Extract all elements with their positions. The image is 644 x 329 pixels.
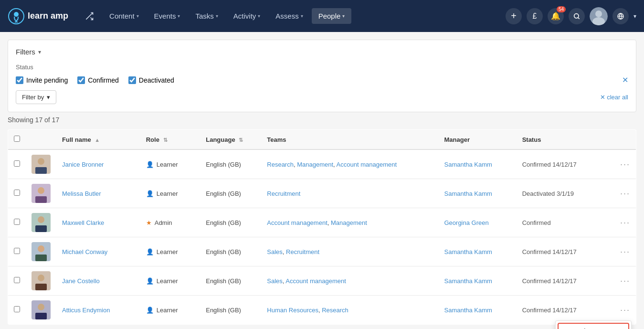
row-checkbox[interactable]: [14, 277, 20, 283]
status-value: Confirmed 14/12/17: [522, 248, 577, 255]
filters-toggle[interactable]: Filters ▾: [16, 48, 628, 56]
nav-shuffle-icon[interactable]: [78, 8, 101, 25]
language-header[interactable]: Language ⇅: [200, 130, 261, 150]
user-name-link[interactable]: Maxwell Clarke: [62, 219, 104, 226]
user-name-cell: Janice Bronner: [56, 149, 140, 179]
chevron-down-icon: ▾: [137, 13, 139, 19]
row-checkbox[interactable]: [14, 248, 20, 254]
row-checkbox[interactable]: [14, 190, 20, 196]
team-link[interactable]: Account management: [267, 219, 327, 226]
filters-panel: Filters ▾ Status Invite pending Confirme…: [8, 40, 636, 112]
team-link[interactable]: Sales: [267, 277, 283, 285]
user-avatar-cell: [26, 266, 56, 296]
user-name-link[interactable]: Janice Bronner: [62, 161, 104, 168]
row-checkbox[interactable]: [14, 306, 20, 312]
user-name-link[interactable]: Atticus Endymion: [62, 307, 110, 314]
filter-by-label: Filter by: [22, 94, 44, 101]
close-filter-button[interactable]: ✕: [622, 75, 628, 85]
user-avatar-img: [32, 271, 51, 290]
filter-by-button[interactable]: Filter by ▾: [16, 90, 56, 104]
confirmed-checkbox[interactable]: [77, 76, 85, 84]
clear-all-button[interactable]: ✕ clear all: [600, 94, 628, 101]
brand-logo[interactable]: learn amp: [8, 8, 68, 25]
row-actions-button[interactable]: ···: [620, 247, 630, 256]
language-value: English (GB): [206, 307, 241, 314]
checkbox-confirmed[interactable]: Confirmed: [77, 76, 119, 84]
row-actions-button[interactable]: ···: [620, 218, 630, 227]
user-status-cell: Confirmed 14/12/17: [517, 237, 612, 266]
checkbox-invite-pending[interactable]: Invite pending: [16, 76, 68, 84]
manager-link[interactable]: Samantha Kamm: [444, 190, 492, 197]
team-link[interactable]: Research: [322, 307, 348, 314]
row-checkbox[interactable]: [14, 219, 20, 225]
user-teams-cell: Account management, Management: [261, 208, 438, 237]
user-name-link[interactable]: Jane Costello: [62, 277, 100, 285]
fullname-header[interactable]: Full name ▲: [56, 130, 140, 150]
row-checkbox-cell: [8, 296, 26, 325]
row-actions-button[interactable]: ···: [620, 305, 630, 315]
role-label: Learner: [157, 190, 178, 197]
row-checkbox[interactable]: [14, 160, 20, 167]
globe-button[interactable]: [612, 8, 629, 24]
role-header[interactable]: Role ⇅: [140, 130, 201, 150]
nav-item-events[interactable]: Events ▾: [148, 8, 187, 24]
search-button[interactable]: [569, 8, 585, 24]
table-section: Showing 17 of 17 Full name ▲ Rol: [8, 116, 636, 325]
notifications-button[interactable]: 🔔 54: [548, 8, 564, 24]
svg-point-6: [595, 11, 602, 17]
team-link[interactable]: Account management: [337, 161, 397, 168]
row-actions-button[interactable]: ···: [620, 189, 630, 198]
user-avatar[interactable]: [590, 7, 608, 25]
deactivated-checkbox[interactable]: [128, 76, 136, 84]
team-link[interactable]: Research: [267, 161, 294, 168]
language-value: English (GB): [206, 248, 241, 255]
select-all-checkbox[interactable]: [14, 136, 20, 142]
nav-item-content[interactable]: Content ▾: [103, 8, 146, 24]
nav-item-tasks[interactable]: Tasks ▾: [189, 8, 224, 24]
user-teams-cell: Human Resources, Research: [261, 296, 438, 325]
role-cell: 👤 Learner: [146, 161, 195, 168]
sort-icon: ⇅: [163, 137, 168, 143]
content-area: Filters ▾ Status Invite pending Confirme…: [0, 40, 644, 325]
row-actions-button[interactable]: ···: [620, 159, 630, 169]
user-avatar-img: [32, 155, 51, 174]
team-link[interactable]: Sales: [267, 248, 283, 255]
user-manager-cell: Samantha Kamm: [438, 149, 516, 179]
user-name-link[interactable]: Melissa Butler: [62, 190, 101, 197]
user-name-link[interactable]: Michael Conway: [62, 248, 107, 255]
nav-item-people[interactable]: People ▾: [312, 8, 352, 24]
reactivate-user-menu-item[interactable]: Re-activate user: [558, 323, 629, 329]
team-link[interactable]: Account management: [285, 277, 346, 285]
user-name-cell: Atticus Endymion: [56, 296, 140, 325]
manager-link[interactable]: Samantha Kamm: [444, 248, 492, 255]
language-value: English (GB): [206, 219, 241, 226]
user-language-cell: English (GB): [200, 149, 261, 179]
user-avatar-cell: [26, 208, 56, 237]
user-teams-cell: Sales, Account management: [261, 266, 438, 296]
manager-link[interactable]: Samantha Kamm: [444, 277, 492, 285]
manager-link[interactable]: Georgina Green: [444, 219, 488, 226]
role-label: Learner: [157, 307, 178, 314]
globe-dropdown[interactable]: ▾: [633, 13, 636, 20]
manager-link[interactable]: Samantha Kamm: [444, 161, 492, 168]
team-link[interactable]: Management: [297, 161, 333, 168]
row-checkbox-cell: [8, 266, 26, 296]
add-button[interactable]: +: [506, 8, 522, 24]
checkbox-deactivated[interactable]: Deactivated: [128, 76, 174, 84]
row-checkbox-cell: [8, 237, 26, 266]
team-link[interactable]: Management: [331, 219, 367, 226]
manager-link[interactable]: Samantha Kamm: [444, 307, 492, 314]
user-role-cell: 👤 Learner: [140, 296, 201, 325]
team-link[interactable]: Recruitment: [286, 248, 319, 255]
invite-pending-checkbox[interactable]: [16, 76, 23, 84]
nav-item-assess[interactable]: Assess ▾: [269, 8, 309, 24]
nav-item-activity[interactable]: Activity ▾: [227, 8, 267, 24]
showing-count: Showing 17 of 17: [8, 116, 636, 124]
row-actions-button[interactable]: ···: [620, 276, 630, 286]
status-label: Status: [16, 64, 628, 71]
user-name-cell: Melissa Butler: [56, 179, 140, 208]
user-name-cell: Jane Costello: [56, 266, 140, 296]
team-link[interactable]: Human Resources: [267, 307, 318, 314]
currency-button[interactable]: £: [527, 8, 543, 24]
team-link[interactable]: Recruitment: [267, 190, 300, 197]
